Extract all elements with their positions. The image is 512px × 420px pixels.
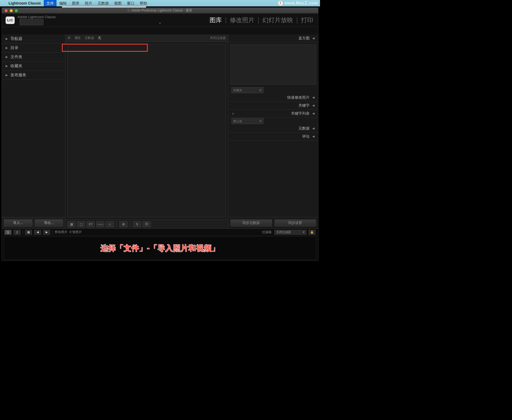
monitor-2-button[interactable]: 2 — [14, 230, 21, 235]
zoom-window-button[interactable] — [15, 9, 18, 12]
filmstrip-filter-select[interactable]: 关闭过滤器▾ — [274, 230, 306, 235]
panel-keywording[interactable]: 关键字◀ — [228, 102, 318, 110]
close-window-button[interactable] — [5, 9, 8, 12]
watermark-badge: Z — [278, 1, 283, 6]
window-titlebar: t - Adobe Photoshop Lightroom Classic - … — [2, 8, 318, 14]
filter-metadata[interactable]: 元数据 — [85, 36, 94, 40]
workspace: ▶导航器 ▶目录 ▶文件夹 ▶收藏夹 ▶发布服务 导入... 导出... 本 属… — [2, 34, 318, 229]
panel-comments[interactable]: 评论◀ — [228, 133, 318, 141]
grid-view-icon[interactable]: ▦ — [67, 221, 75, 227]
traffic-lights — [2, 9, 18, 12]
dropdown-arrow-icon: ⇵ — [259, 119, 262, 123]
export-button[interactable]: 导出... — [35, 219, 63, 226]
instruction-caption: 选择「文件」-「导入照片和视频」 — [101, 243, 219, 253]
filter-lock-icon[interactable]: 🔒 — [309, 230, 315, 235]
menu-help[interactable]: 帮助 — [137, 0, 150, 6]
filmstrip-count-label: 0 张照片 — [70, 230, 82, 234]
panel-keyword-list[interactable]: +关键字列表◀ — [228, 110, 318, 118]
menu-photo[interactable]: 照片 — [82, 0, 95, 6]
module-print[interactable]: 打印 — [300, 16, 314, 24]
disclosure-triangle-icon: ◀ — [312, 112, 314, 115]
metadata-preset-select[interactable]: 默认值⇵ — [231, 118, 263, 124]
filmstrip-filter-value: 关闭过滤器 — [276, 230, 291, 234]
panel-collections-label: 收藏夹 — [10, 63, 22, 69]
panel-publish[interactable]: ▶发布服务 — [2, 71, 65, 80]
minimize-window-button[interactable] — [10, 9, 13, 12]
menu-metadata[interactable]: 元数据 — [95, 0, 111, 6]
filter-none[interactable]: 无 — [98, 36, 101, 40]
watermark: Z www.MacZ.com — [278, 1, 318, 6]
disclosure-triangle-icon: ◀ — [312, 37, 314, 40]
identity-name: Adobe Lightroom Classic — [17, 15, 56, 19]
panel-folders[interactable]: ▶文件夹 — [2, 53, 65, 62]
loupe-view-icon[interactable]: ▢ — [77, 221, 85, 227]
metadata-preset-value: 默认值 — [233, 119, 242, 123]
filmstrip-toolbar: 1 2 ▦ ◀ ▶ 所有照片 0 张照片 过滤器: 关闭过滤器▾ 🔒 — [2, 229, 318, 236]
center-toolbar: ▦ ▢ XY ▭▭ ☺ ✿ ⇅ 排 — [65, 219, 228, 229]
sync-settings-button[interactable]: 同步设置 — [275, 219, 316, 226]
watermark-text: www.MacZ.com — [285, 1, 318, 6]
filter-attribute[interactable]: 属性 — [74, 36, 81, 40]
disclosure-triangle-icon: ◀ — [312, 96, 314, 99]
panel-quick-develop[interactable]: 快速修改照片◀ — [228, 94, 318, 102]
menu-view[interactable]: 视图 — [111, 0, 124, 6]
menu-file[interactable]: 文件 — [44, 0, 57, 6]
panel-navigator-label: 导航器 — [10, 36, 22, 41]
panel-keywording-label: 关键字 — [298, 103, 310, 108]
app-logo-icon: LrC — [6, 17, 15, 24]
dropdown-arrow-icon: ▾ — [303, 230, 305, 234]
panel-metadata-label: 元数据 — [298, 126, 310, 131]
module-slideshow[interactable]: 幻灯片放映 — [261, 16, 294, 24]
dropdown-arrow-icon: ⇵ — [259, 89, 262, 92]
filmstrip-filter-label: 过滤器: — [262, 230, 272, 234]
grid-view-area[interactable] — [67, 44, 226, 217]
painter-tool-icon[interactable]: ✿ — [119, 221, 127, 227]
macos-menubar: Lightroom Classic 文件 编辑 图库 照片 元数据 视图 窗口 … — [0, 0, 320, 6]
forward-nav-icon[interactable]: ▶ — [43, 230, 50, 235]
add-keyword-icon[interactable]: + — [232, 111, 234, 116]
grid-shortcut-icon[interactable]: ▦ — [25, 230, 32, 235]
quick-dev-preset-select[interactable]: 收藏夹⇵ — [231, 87, 263, 93]
filter-text[interactable]: 本 — [67, 36, 71, 40]
histogram-display — [230, 45, 316, 85]
panel-metadata[interactable]: 元数据◀ — [228, 125, 318, 133]
center-content: 本 属性 元数据 无 关闭过滤器 ▦ ▢ XY ▭▭ ☺ ✿ ⇅ 排 — [65, 34, 228, 229]
panel-navigator[interactable]: ▶导航器 — [2, 34, 65, 43]
sort-menu-icon[interactable]: 排 — [143, 221, 151, 227]
compare-view-icon[interactable]: XY — [87, 221, 95, 227]
disclosure-triangle-icon: ◀ — [312, 104, 314, 107]
module-develop[interactable]: 修改照片 — [229, 16, 255, 24]
disclosure-triangle-icon: ▶ — [6, 64, 8, 68]
monitor-1-button[interactable]: 1 — [5, 230, 11, 235]
panel-histogram[interactable]: 直方图◀ — [228, 34, 318, 42]
filmstrip-source-label[interactable]: 所有照片 — [55, 230, 67, 234]
disclosure-triangle-icon: ◀ — [312, 127, 314, 130]
module-picker: 图库| 修改照片| 幻灯片放映| 打印 — [209, 16, 314, 24]
window-title: t - Adobe Photoshop Lightroom Classic - … — [128, 8, 192, 13]
panel-catalog[interactable]: ▶目录 — [2, 43, 65, 53]
import-button[interactable]: 导入... — [4, 219, 32, 226]
top-panel-toggle-icon[interactable]: ▲ — [159, 21, 162, 24]
menu-library[interactable]: 图库 — [69, 0, 82, 6]
people-view-icon[interactable]: ☺ — [106, 221, 114, 227]
module-library[interactable]: 图库 — [209, 16, 223, 24]
app-name-menu[interactable]: Lightroom Classic — [9, 1, 41, 5]
disclosure-triangle-icon: ◀ — [312, 135, 314, 138]
library-filter-bar: 本 属性 元数据 无 关闭过滤器 — [65, 34, 228, 42]
filter-close-label[interactable]: 关闭过滤器 — [210, 36, 226, 40]
panel-folders-label: 文件夹 — [10, 54, 22, 59]
panel-comments-label: 评论 — [302, 134, 310, 139]
panel-keyword-list-label: 关键字列表 — [291, 111, 310, 116]
survey-view-icon[interactable]: ▭▭ — [96, 221, 104, 227]
sync-metadata-button[interactable]: 同步元数据 — [230, 219, 272, 226]
back-nav-icon[interactable]: ◀ — [34, 230, 41, 235]
panel-collections[interactable]: ▶收藏夹 — [2, 62, 65, 71]
disclosure-triangle-icon: ▶ — [6, 73, 8, 77]
identity-progress-box — [19, 19, 43, 25]
menu-window[interactable]: 窗口 — [124, 0, 137, 6]
identity-plate-bar: LrC Adobe Lightroom Classic 图库| 修改照片| 幻灯… — [2, 14, 318, 27]
menu-edit[interactable]: 编辑 — [57, 0, 69, 6]
app-window: t - Adobe Photoshop Lightroom Classic - … — [2, 7, 318, 261]
quick-dev-preset-value: 收藏夹 — [233, 88, 242, 92]
sort-direction-icon[interactable]: ⇅ — [133, 221, 141, 227]
